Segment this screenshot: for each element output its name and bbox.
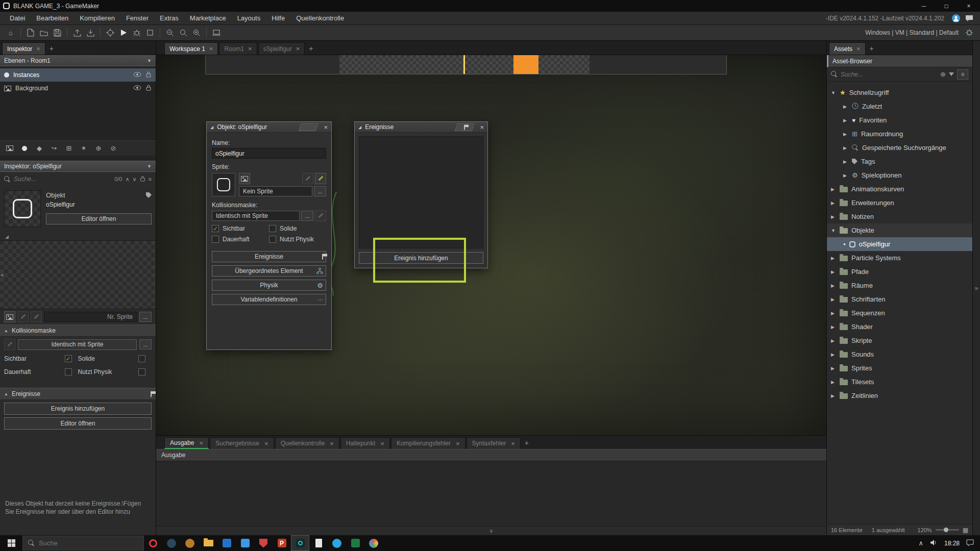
taskbar-app-icon-10[interactable] [309,535,328,551]
collision-mask-browse-button[interactable]: ... [139,339,152,349]
object-thumbnail[interactable] [4,190,41,227]
menu-icon[interactable]: ≡ [149,176,152,182]
add-asset-icon[interactable]: ⊕ [940,70,946,78]
physics-checkbox[interactable]: ✓ [138,368,145,375]
tab-suchergebnisse[interactable]: Suchergebnisse × [210,437,274,449]
taskbar-app-icon-8[interactable]: P [273,535,291,551]
persistent-checkbox[interactable]: ✓ [65,368,72,375]
close-icon[interactable]: × [480,123,484,131]
taskbar-app-icon-6[interactable] [236,535,254,551]
asset-tree-gespeicherte-suchvorgaenge[interactable]: ▶ Gespeicherte Suchvorgänge [827,141,972,155]
menu-quellenkontrolle[interactable]: Quellenkontrolle [290,12,350,25]
tab-sspielfigur[interactable]: sSpielfigur × [258,42,305,55]
taskbar-app-icon-12[interactable] [346,535,364,551]
menu-bearbeiten[interactable]: Bearbeiten [31,12,74,25]
visible-checkbox[interactable]: ✓ [65,355,72,362]
asset-tree-zeitlinien[interactable]: ▶ Zeitlinien [827,389,972,403]
tab-inspektor[interactable]: Inspektor × [2,42,45,55]
open-editor-button[interactable]: Editor öffnen [46,213,152,224]
delete-layer-icon[interactable]: ⊘ [107,142,120,155]
view-mode-grid-icon[interactable]: ▦ [963,527,968,534]
output-content[interactable] [156,461,826,526]
sprite-browse-button[interactable]: ... [139,312,152,322]
sprite-name-field[interactable]: Nr. Sprite [44,312,137,322]
solid-checkbox[interactable]: ✓ [138,355,145,362]
choose-sprite-icon[interactable] [4,311,15,322]
filter-icon[interactable] [949,72,954,76]
zoom-in-icon[interactable] [190,27,203,39]
taskbar-search-input[interactable] [39,539,115,547]
events-section-header[interactable]: ▲ Ereignisse [0,388,156,400]
add-tile-layer-icon[interactable]: ◆ [33,142,46,155]
open-editor-button-2[interactable]: Editor öffnen [4,417,152,430]
events-list[interactable] [359,136,483,248]
tab-ausgabe[interactable]: Ausgabe × [164,437,209,449]
collapse-panel-right-strip[interactable]: » [972,41,980,535]
asset-tree-raeume[interactable]: ▶ Räume [827,279,972,292]
tab-workspace-1[interactable]: Workspace 1 × [164,42,218,55]
asset-tree-zuletzt[interactable]: ▶ Zuletzt [827,99,972,113]
chevron-right-icon[interactable]: ▶ [831,187,836,192]
new-project-icon[interactable] [24,27,37,39]
close-icon[interactable]: × [296,45,300,53]
tab-haltepunkt[interactable]: Haltepunkt × [340,437,390,449]
add-asset-layer-icon[interactable]: ⊞ [62,142,76,155]
physics-button[interactable]: Physik⚙ [212,280,326,291]
preview-collapse-handle[interactable]: ◢ [0,233,156,240]
clock-text[interactable]: 18:28 [944,540,960,547]
asset-tree-animationskurven[interactable]: ▶ Animationskurven [827,182,972,196]
menu-datei[interactable]: Datei [4,12,31,25]
timeline-playhead[interactable] [463,55,465,74]
account-icon[interactable] [952,14,960,22]
chevron-right-icon[interactable]: ▶ [843,159,848,164]
asset-tree-erweiterungen[interactable]: ▶ Erweiterungen [827,196,972,210]
lock-icon[interactable] [140,176,145,183]
next-result-icon[interactable]: ∨ [133,176,137,183]
chevron-right-icon[interactable]: ▶ [831,311,836,316]
add-path-layer-icon[interactable]: ↪ [47,142,61,155]
menu-layouts[interactable]: Layouts [232,12,266,25]
chevron-right-icon[interactable]: ▶ [831,201,836,206]
collision-browse-button[interactable]: ... [301,211,313,221]
zoom-out-icon[interactable] [163,27,177,39]
chevron-right-icon[interactable]: ▶ [831,269,836,274]
asset-tree-tags[interactable]: ▶ Tags [827,155,972,168]
close-icon[interactable]: × [209,45,213,53]
clipped-sprite-timeline-panel[interactable] [205,55,727,74]
feedback-chat-icon[interactable] [965,14,973,22]
tag-icon[interactable] [146,192,152,198]
asset-tree-notizen[interactable]: ▶ Notizen [827,210,972,223]
edit-image-icon[interactable] [31,311,42,322]
taskbar-app-icon-7[interactable] [254,535,273,551]
menu-extras[interactable]: Extras [154,12,184,25]
edit-sprite-icon[interactable] [17,311,29,322]
chevron-right-icon[interactable]: ▶ [831,283,836,288]
taskbar-app-icon-3[interactable] [181,535,199,551]
add-instance-layer-icon[interactable] [18,142,31,155]
lock-icon[interactable] [145,71,152,79]
chevron-down-icon[interactable]: ▼ [831,228,836,233]
minimize-button[interactable]: ─ [913,0,935,12]
volume-icon[interactable] [930,539,938,547]
collision-mask-field[interactable]: Identisch mit Sprite [212,211,300,221]
debug-icon[interactable] [130,27,143,39]
tray-expand-chevron-icon[interactable]: ∧ [918,539,923,547]
asset-tree-sequenzen[interactable]: ▶ Sequenzen [827,306,972,320]
asset-tree-particle-systems[interactable]: ▶ Particle Systems [827,251,972,265]
object-name-input[interactable] [212,148,326,159]
collapse-panel-right-icon[interactable]: » [974,284,978,292]
add-tab-button[interactable]: + [46,42,57,55]
events-window-titlebar[interactable]: ◢ Ereignisse × [355,122,487,133]
menu-marketplace[interactable]: Marketplace [184,12,232,25]
sprite-select-field[interactable]: Kein Sprite [239,186,312,196]
notification-center-icon[interactable] [966,539,974,547]
asset-search-input[interactable] [841,71,937,78]
asset-tree-tilesets[interactable]: ▶ Tilesets [827,375,972,389]
chevron-right-icon[interactable]: ▶ [831,393,836,398]
browser-menu-icon[interactable]: ≡ [957,69,968,80]
zoom-slider-thumb[interactable] [944,528,948,532]
stop-icon[interactable] [143,27,157,39]
import-icon[interactable] [84,27,97,39]
asset-tree-sounds[interactable]: ▶ Sounds [827,347,972,361]
taskbar-app-icon-2[interactable] [162,535,181,551]
